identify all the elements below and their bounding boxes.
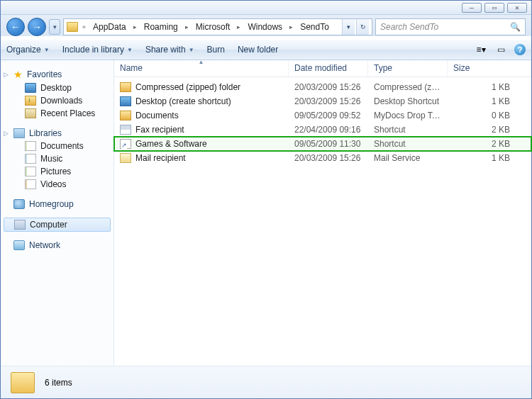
homegroup-icon [13,199,25,209]
file-row[interactable]: Compressed (zipped) folder20/03/2009 15:… [114,80,531,94]
col-size[interactable]: Size [448,60,531,77]
col-date[interactable]: Date modified [289,60,368,77]
file-name: Mail recipient [135,153,186,163]
preview-pane-button[interactable]: ▭ [494,43,507,56]
file-rows: Compressed (zipped) folder20/03/2009 15:… [114,77,531,366]
minimize-button[interactable]: — [462,3,482,13]
folder-icon [11,372,35,393]
file-date: 20/03/2009 15:26 [289,153,368,163]
search-input[interactable]: Search SendTo 🔍 [375,18,526,35]
file-size: 2 KB [448,139,531,149]
forward-button[interactable]: → [28,18,46,36]
navigation-pane: ▷★Favorites Desktop Downloads Recent Pla… [1,60,114,366]
documents-icon [25,141,36,151]
breadcrumb-microsoft[interactable]: Microsoft [193,21,233,33]
file-type: Desktop Shortcut [368,96,448,106]
help-button[interactable]: ? [514,44,526,55]
history-dropdown[interactable]: ▾ [49,19,60,35]
file-row[interactable]: Fax recipient22/04/2009 09:16Shortcut2 K… [114,123,531,137]
libraries-icon [13,128,25,138]
breadcrumb-windows[interactable]: Windows [245,21,285,33]
videos-icon [25,179,36,189]
burn-button[interactable]: Burn [207,45,225,55]
recent-icon [25,108,36,118]
col-type[interactable]: Type [368,60,448,77]
sort-asc-icon: ▲ [199,59,204,65]
file-date: 20/03/2009 15:26 [289,82,368,92]
libraries-header[interactable]: ▷Libraries [1,127,113,140]
nav-videos[interactable]: Videos [1,178,113,191]
network-icon [13,240,25,250]
file-name: Games & Software [135,139,207,149]
explorer-window: — ▭ ✕ ← → ▾ « AppData ▸ Roaming ▸ Micros… [0,0,532,399]
nav-desktop[interactable]: Desktop [1,82,113,94]
nav-recent-places[interactable]: Recent Places [1,107,113,120]
col-name[interactable]: ▲Name [114,60,289,77]
pictures-icon [25,167,36,176]
close-button[interactable]: ✕ [507,3,527,13]
file-name: Compressed (zipped) folder [135,82,240,92]
file-row[interactable]: Desktop (create shortcut)20/03/2009 15:2… [114,94,531,108]
file-name: Documents [135,111,179,120]
nav-music[interactable]: Music [1,152,113,165]
file-row[interactable]: Mail recipient20/03/2009 15:26Mail Servi… [114,151,531,165]
include-in-library-menu[interactable]: Include in library▼ [62,45,133,55]
file-icon [120,153,131,163]
folder-icon [67,22,78,32]
address-dropdown[interactable]: ▾ [342,19,355,35]
file-icon [120,96,131,106]
column-headers: ▲Name Date modified Type Size [114,60,531,77]
share-with-menu[interactable]: Share with▼ [145,45,194,55]
new-folder-button[interactable]: New folder [238,45,278,55]
nav-row: ← → ▾ « AppData ▸ Roaming ▸ Microsoft ▸ … [1,15,531,39]
view-mode-button[interactable]: ≡ ▾ [475,43,487,56]
breadcrumb-sendto[interactable]: SendTo [297,21,332,33]
search-icon: 🔍 [510,22,521,32]
file-date: 22/04/2009 09:16 [289,125,368,135]
favorites-header[interactable]: ▷★Favorites [1,67,113,82]
file-name: Desktop (create shortcut) [135,96,231,106]
desktop-icon [25,83,36,93]
command-bar: Organize▼ Include in library▼ Share with… [1,39,531,60]
breadcrumb-overflow[interactable]: « [79,22,89,32]
back-button[interactable]: ← [6,18,25,36]
file-row[interactable]: Documents09/05/2009 09:52MyDocs Drop Tar… [114,108,531,123]
maximize-button[interactable]: ▭ [484,3,504,13]
nav-downloads[interactable]: Downloads [1,94,113,107]
breadcrumb-sep[interactable]: ▸ [287,22,296,32]
titlebar: — ▭ ✕ [1,1,531,15]
file-size: 2 KB [448,125,531,135]
homegroup-header[interactable]: Homegroup [1,198,113,210]
address-bar[interactable]: « AppData ▸ Roaming ▸ Microsoft ▸ Window… [63,18,372,35]
file-date: 09/05/2009 09:52 [289,111,368,120]
star-icon: ★ [13,69,23,80]
breadcrumb-roaming[interactable]: Roaming [141,21,181,33]
organize-menu[interactable]: Organize▼ [6,45,50,55]
details-pane: 6 items [1,366,531,398]
file-date: 20/03/2009 15:26 [289,96,368,106]
nav-documents[interactable]: Documents [1,140,113,152]
network-header[interactable]: Network [1,239,113,252]
breadcrumb-sep[interactable]: ▸ [131,22,140,32]
item-count: 6 items [45,378,72,388]
file-type: Compressed (zippe... [368,82,448,92]
file-icon [120,111,131,120]
nav-pictures[interactable]: Pictures [1,165,113,178]
downloads-icon [25,96,36,106]
refresh-button[interactable]: ↻ [356,19,369,35]
file-date: 09/05/2009 11:30 [289,139,368,149]
file-icon [120,139,131,149]
search-placeholder: Search SendTo [380,22,438,32]
file-icon [120,125,131,135]
file-row[interactable]: Games & Software09/05/2009 11:30Shortcut… [114,137,531,151]
file-type: Shortcut [368,139,448,149]
breadcrumb-sep[interactable]: ▸ [234,22,243,32]
nav-computer[interactable]: Computer [4,218,111,232]
breadcrumb-appdata[interactable]: AppData [90,21,129,33]
file-type: Mail Service [368,153,448,163]
file-list: ▲Name Date modified Type Size Compressed… [114,60,531,366]
breadcrumb-sep[interactable]: ▸ [182,22,192,32]
body: ▷★Favorites Desktop Downloads Recent Pla… [1,60,531,366]
file-size: 0 KB [448,111,531,120]
file-type: MyDocs Drop Target [368,111,448,120]
